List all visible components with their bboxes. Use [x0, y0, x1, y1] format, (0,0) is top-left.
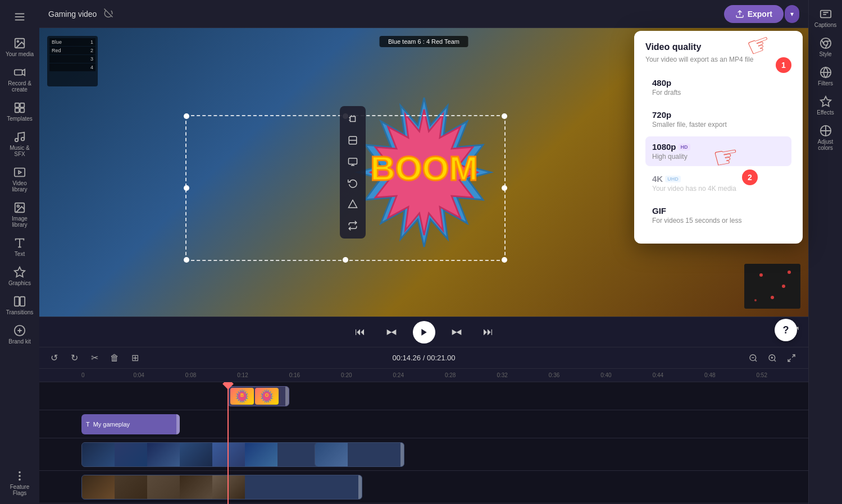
sidebar-item-transitions[interactable]: Transitions [2, 292, 37, 319]
image-library-icon [13, 201, 26, 214]
export-dropdown-button[interactable]: ▾ [785, 5, 799, 23]
sidebar-item-music[interactable]: Music & SFX [2, 127, 37, 161]
svg-rect-29 [744, 264, 800, 309]
help-button[interactable]: ? [775, 319, 797, 341]
redo-button[interactable]: ↻ [66, 350, 82, 366]
help-label: ? [783, 324, 789, 336]
ruler-mark-10: 0:40 [600, 372, 652, 378]
boom-clip[interactable]: B O [227, 386, 289, 406]
sidebar-item-label-music: Music & SFX [4, 145, 35, 157]
duplicate-button[interactable]: ⊞ [127, 350, 143, 366]
timeline-toolbar: ↺ ↻ ✂ 🗑 ⊞ 00:14.26 / 00:21.00 [39, 347, 808, 369]
quality-option-gif[interactable]: GIF For videos 15 seconds or less [645, 200, 791, 230]
boom-star-svg: BOOM [345, 94, 503, 251]
fast-forward-icon [451, 327, 462, 338]
timeline-ruler: 0 0:04 0:08 0:12 0:16 0:20 0:24 0:28 0:3… [39, 369, 808, 382]
cut-tool-button[interactable] [343, 131, 362, 150]
sidebar-item-text[interactable]: Text [2, 233, 37, 260]
right-panel-item-style[interactable]: Style [811, 34, 841, 61]
video-thumb-2a [315, 443, 348, 466]
video-thumb-1c [147, 443, 180, 466]
fast-forward-button[interactable] [447, 322, 467, 342]
quality-option-1080p[interactable]: 1080p HD High quality [645, 136, 791, 166]
handle-top-right[interactable] [502, 113, 507, 119]
right-panel-item-captions[interactable]: Captions [811, 4, 841, 31]
revert-tool-button[interactable] [343, 173, 362, 193]
svg-point-32 [771, 296, 774, 299]
handle-middle-left[interactable] [184, 185, 189, 191]
ruler-mark-7: 0:28 [445, 372, 497, 378]
boom-sticker[interactable]: BOOM [345, 94, 503, 251]
video-thumb-1e [212, 443, 245, 466]
ruler-mark-1: 0:04 [133, 372, 185, 378]
skip-forward-button[interactable]: ⏭ [478, 322, 498, 342]
clip-resize-handle-boom[interactable] [285, 387, 289, 406]
crop-tool-button[interactable] [343, 109, 362, 129]
sidebar-item-label-video-library: Video library [4, 180, 35, 193]
zoom-out-button[interactable] [745, 350, 761, 366]
sidebar-item-label-brand-kit: Brand kit [8, 338, 30, 345]
menu-toggle-button[interactable] [7, 4, 32, 29]
quality-option-480p[interactable]: 480p For drafts [645, 72, 791, 102]
clip-resize-handle-video-1b[interactable] [400, 443, 404, 466]
cut-button[interactable]: ✂ [87, 350, 102, 366]
sidebar-item-label-image-library: Image library [4, 216, 35, 228]
ruler-mark-11: 0:44 [653, 372, 704, 378]
zoom-in-button[interactable] [764, 350, 780, 366]
flip-tool-button[interactable] [343, 216, 362, 235]
text-clip[interactable]: T My gameplay [81, 414, 180, 434]
quality-dropdown: Video quality Your video will export as … [634, 31, 803, 244]
fit-timeline-button[interactable] [784, 350, 799, 366]
sidebar-item-brand-kit[interactable]: Brand kit [2, 321, 37, 348]
undo-button[interactable]: ↺ [46, 350, 62, 366]
svg-line-50 [755, 360, 757, 361]
play-button[interactable] [413, 321, 435, 343]
track-content-video-2 [81, 471, 808, 503]
project-title: Gaming video [48, 10, 97, 19]
sidebar-item-label-graphics: Graphics [8, 280, 31, 286]
text-clip-label: T My gameplay [86, 421, 130, 428]
sidebar-item-feature-flags[interactable]: Feature Flags [2, 466, 37, 500]
record-icon [13, 66, 26, 79]
transitions-icon [13, 295, 26, 308]
handle-bottom-right[interactable] [502, 257, 507, 263]
rewind-icon [386, 327, 397, 338]
handle-top-left[interactable] [184, 113, 189, 119]
delete-button[interactable]: 🗑 [107, 350, 122, 366]
header: Gaming video Export ▾ [39, 0, 808, 28]
video-clip-1b[interactable] [315, 442, 404, 467]
uhd-badge: UHD [665, 176, 681, 182]
sidebar-item-your-media[interactable]: Your media [2, 34, 37, 61]
video-clip-2[interactable] [81, 475, 362, 500]
clip-resize-handle-video-2[interactable] [358, 475, 362, 499]
right-panel-item-filters[interactable]: Filters [811, 63, 841, 90]
track-content-text: T My gameplay [81, 410, 808, 438]
sidebar-item-image-library[interactable]: Image library [2, 198, 37, 231]
sidebar-item-record[interactable]: Record & create [2, 63, 37, 96]
sidebar-item-templates[interactable]: Templates [2, 98, 37, 125]
skip-back-button[interactable]: ⏮ [350, 322, 370, 342]
video-thumb-1b [115, 443, 147, 466]
right-panel-item-adjust-colors[interactable]: Adjust colors [811, 121, 841, 154]
triangle-tool-button[interactable] [343, 195, 362, 214]
export-button[interactable]: Export [724, 5, 784, 23]
map-overlay [744, 264, 800, 309]
quality-option-4k[interactable]: 4K UHD Your video has no 4K media [645, 168, 791, 198]
sidebar-item-graphics[interactable]: Graphics [2, 263, 37, 290]
clip-resize-handle-text[interactable] [176, 414, 180, 434]
video-thumb-2e [180, 475, 212, 499]
right-panel-item-effects[interactable]: Effects [811, 92, 841, 119]
sidebar-item-video-library[interactable]: Video library [2, 163, 37, 196]
quality-option-720p[interactable]: 720p Smaller file, faster export [645, 104, 791, 134]
controls-bar: ⏮ ⏭ [39, 317, 808, 347]
playhead[interactable] [227, 382, 229, 504]
handle-middle-right[interactable] [502, 185, 507, 191]
handle-bottom-middle[interactable] [343, 257, 348, 263]
rewind-button[interactable] [381, 322, 402, 342]
svg-point-33 [788, 271, 791, 274]
screen-tool-button[interactable] [343, 152, 362, 171]
svg-rect-6 [15, 103, 19, 107]
svg-rect-7 [20, 103, 24, 107]
svg-marker-17 [15, 267, 25, 277]
handle-bottom-left[interactable] [184, 257, 189, 263]
